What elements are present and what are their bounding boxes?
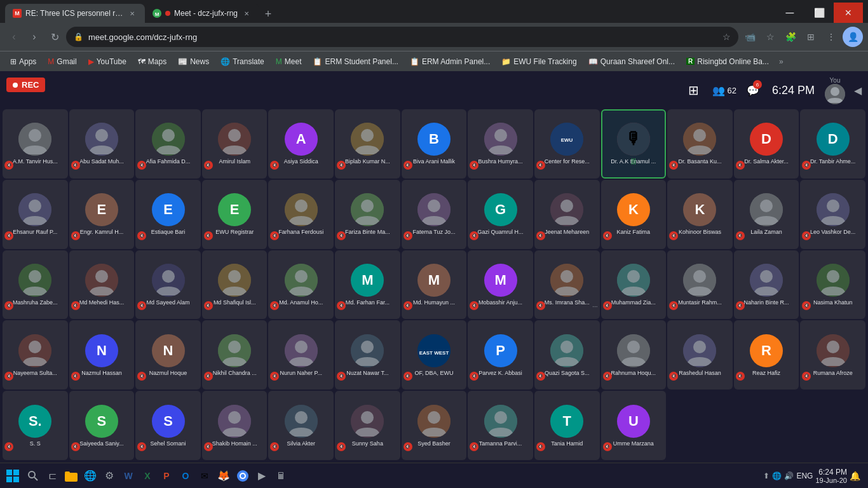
- settings-taskbar-button[interactable]: ⚙: [100, 467, 118, 485]
- search-taskbar-button[interactable]: [24, 467, 42, 485]
- puzzle-icon[interactable]: 🧩: [782, 28, 799, 46]
- mute-icon: 🔇: [4, 301, 13, 310]
- bookmark-quraan[interactable]: 📖 Quraan Shareef Onl...: [583, 55, 680, 69]
- bookmarks-overflow[interactable]: »: [775, 55, 787, 69]
- expand-button[interactable]: ◀: [848, 76, 868, 104]
- mute-icon: 🔇: [669, 161, 678, 170]
- chrome-button[interactable]: [234, 467, 252, 485]
- task-view-button[interactable]: ⊏: [43, 467, 61, 485]
- bookmark-news[interactable]: 📰 News: [173, 55, 214, 69]
- tab-gmail[interactable]: M RE: Three ICS personnel required ✕: [5, 4, 145, 23]
- powerpoint-button[interactable]: P: [158, 467, 175, 485]
- participant-avatar: [218, 264, 251, 297]
- forward-button[interactable]: ›: [25, 28, 43, 46]
- meeting-area: REC ⊞ 👥 62 💬 6 6:24 PM You ◀ 🔇A.M. Tanvi…: [0, 71, 868, 488]
- svg-point-53: [760, 270, 773, 283]
- chat-button[interactable]: 💬 6: [742, 76, 764, 104]
- bookmark-risingbd[interactable]: R Risingbd Online Ba...: [681, 55, 774, 69]
- mute-icon: 🔇: [470, 161, 478, 170]
- bookmark-gmail[interactable]: M Gmail: [43, 55, 81, 69]
- excel-button[interactable]: X: [139, 467, 156, 485]
- svg-rect-87: [13, 477, 19, 482]
- bookmark-erm-student[interactable]: 📋 ERM Student Panel...: [308, 55, 403, 69]
- tray-icon-1: ⬆: [763, 471, 770, 480]
- participant-avatar: [750, 193, 783, 226]
- bookmark-icon[interactable]: ☆: [722, 32, 731, 42]
- new-tab-button[interactable]: +: [259, 5, 277, 23]
- mail-button[interactable]: ✉: [196, 467, 214, 485]
- tab-close-meet[interactable]: ✕: [241, 8, 252, 18]
- firefox-button[interactable]: 🦊: [215, 467, 233, 485]
- word-button[interactable]: W: [119, 467, 137, 485]
- system-date: 19-Jun-20: [815, 477, 847, 484]
- windows-taskbar: ⊏ 🌐 ⚙ W X P O ✉ 🦊 ▶ 🖩 ⬆ 🌐 🔊 ENG 6:24 PM …: [0, 463, 868, 488]
- mute-icon: 🔇: [337, 301, 346, 310]
- bookmark-apps[interactable]: ⊞ Apps: [5, 55, 41, 69]
- participant-tile: E🔇Estiaque Bari: [135, 180, 201, 249]
- media-button[interactable]: ▶: [253, 467, 271, 485]
- participant-tile: A🔇Asiya Siddica: [268, 109, 334, 179]
- mute-icon: 🔇: [669, 231, 678, 240]
- maximize-button[interactable]: ⬜: [804, 3, 834, 23]
- mute-icon: 🔇: [736, 372, 745, 381]
- bookmark-maps[interactable]: 🗺 Maps: [133, 55, 172, 69]
- participant-avatar: [285, 405, 318, 438]
- apps-icon[interactable]: ⊞: [802, 28, 820, 46]
- mute-icon: 🔇: [337, 161, 346, 170]
- chat-badge: 6: [753, 80, 762, 89]
- start-button[interactable]: [3, 466, 23, 486]
- participant-avatar: E: [85, 193, 118, 226]
- minimize-button[interactable]: ─: [775, 3, 804, 23]
- close-window-button[interactable]: ✕: [834, 3, 863, 23]
- grid-view-button[interactable]: ⊞: [679, 76, 707, 104]
- bookmarks-bar: ⊞ Apps M Gmail ▶ YouTube 🗺 Maps 📰 News 🌐…: [0, 51, 868, 71]
- participants-button[interactable]: 👥 62: [707, 76, 741, 104]
- bookmark-ewu-tracking[interactable]: 📁 EWU File Tracking: [496, 55, 581, 69]
- apps-bookmark-label: Apps: [19, 57, 36, 66]
- rec-button[interactable]: REC: [6, 78, 45, 92]
- address-bar[interactable]: 🔒 meet.google.com/dcz-jufx-rng ☆: [66, 27, 738, 47]
- mute-icon: 🔇: [470, 372, 478, 381]
- youtube-label: YouTube: [97, 57, 126, 66]
- mute-icon: 🔇: [470, 231, 478, 240]
- mute-icon: 🔇: [204, 372, 213, 381]
- participant-tile: 🔇Nasima Khatun: [800, 250, 865, 320]
- participant-avatar: [683, 334, 716, 367]
- mute-icon: 🔇: [137, 372, 146, 381]
- participant-tile: B🔇Biva Arani Mallik: [402, 109, 467, 179]
- cast-icon[interactable]: 📹: [741, 28, 759, 46]
- profile-avatar[interactable]: 👤: [843, 27, 863, 47]
- mute-icon: 🔇: [536, 372, 545, 381]
- outlook-button[interactable]: O: [177, 467, 194, 485]
- mute-icon: 🔇: [137, 442, 146, 451]
- tab-close-gmail[interactable]: ✕: [127, 8, 137, 18]
- notification-button[interactable]: 🔔: [850, 471, 860, 481]
- your-avatar: [825, 84, 845, 104]
- file-explorer-button[interactable]: [62, 467, 80, 485]
- bookmark-translate[interactable]: 🌐 Translate: [215, 55, 269, 69]
- bookmark-youtube[interactable]: ▶ YouTube: [83, 55, 132, 69]
- bookmark-erm-admin[interactable]: 📋 ERM Admin Panel...: [405, 55, 495, 69]
- svg-point-35: [827, 200, 839, 212]
- back-button[interactable]: ‹: [5, 28, 23, 46]
- participant-avatar: K: [683, 193, 716, 226]
- ewu-tracking-label: EWU File Tracking: [513, 57, 576, 66]
- tab-meet[interactable]: M Meet - dcz-jufx-rng ✕: [145, 4, 259, 23]
- participant-avatar: D: [750, 123, 783, 156]
- refresh-button[interactable]: ↻: [46, 28, 64, 46]
- mute-icon: 🔇: [4, 372, 13, 381]
- tray-lang-icon: ENG: [796, 471, 813, 480]
- recording-indicator: [165, 11, 170, 16]
- mute-icon: 🔇: [204, 231, 213, 240]
- risingbd-favicon: R: [686, 58, 695, 65]
- mute-icon: 🔇: [270, 301, 279, 310]
- edge-button[interactable]: 🌐: [81, 467, 99, 485]
- bookmark-meet[interactable]: M Meet: [271, 55, 307, 69]
- calculator-button[interactable]: 🖩: [272, 467, 290, 485]
- svg-point-55: [827, 270, 839, 283]
- star-icon[interactable]: ☆: [761, 28, 779, 46]
- settings-icon[interactable]: ⋮: [822, 28, 840, 46]
- svg-point-83: [494, 411, 507, 424]
- system-clock[interactable]: 6:24 PM 19-Jun-20: [815, 468, 847, 484]
- participant-tile: 🔇Leo Vashkor De...: [800, 180, 865, 249]
